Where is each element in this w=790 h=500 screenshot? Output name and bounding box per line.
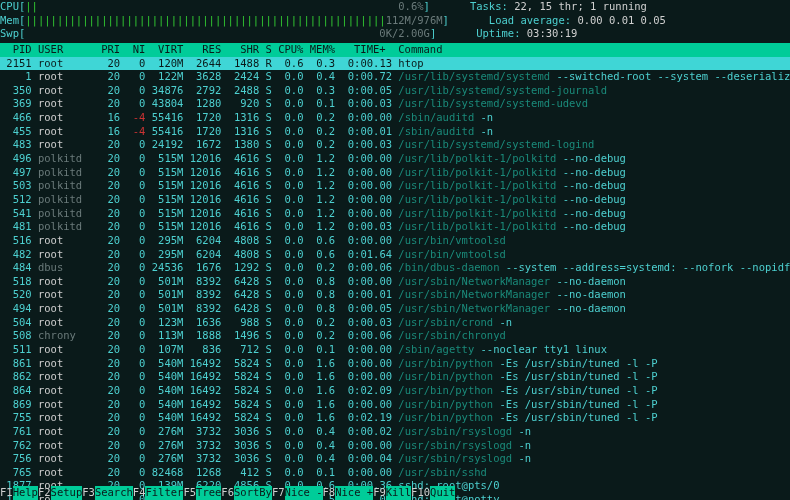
process-row[interactable]: 455 root 16 -4 55416 1720 1316 S 0.0 0.2… [0, 125, 790, 139]
fkey-f2[interactable]: F2Setup [38, 486, 82, 500]
swp-meter: Swp[ 0K/2.00G] [0, 27, 436, 41]
process-row[interactable]: 516 root 20 0 295M 6204 4808 S 0.0 0.6 0… [0, 234, 790, 248]
fkey-f6[interactable]: F6SortBy [221, 486, 272, 500]
column-headers[interactable]: PID USER PRI NI VIRT RES SHR S CPU% MEM%… [0, 43, 790, 57]
fkey-f7[interactable]: F7Nice - [272, 486, 323, 500]
process-row[interactable]: 756 root 20 0 276M 3732 3036 S 0.0 0.4 0… [0, 452, 790, 466]
process-row[interactable]: 862 root 20 0 540M 16492 5824 S 0.0 1.6 … [0, 370, 790, 384]
cpu-meter: CPU[|| 0.6%] [0, 0, 430, 14]
process-row[interactable]: 350 root 20 0 34876 2792 2488 S 0.0 0.3 … [0, 84, 790, 98]
process-row[interactable]: 864 root 20 0 540M 16492 5824 S 0.0 1.6 … [0, 384, 790, 398]
fkey-f3[interactable]: F3Search [82, 486, 133, 500]
meters-panel: CPU[|| 0.6%] Tasks: 22, 15 thr; 1 runnin… [0, 0, 790, 41]
fkey-f8[interactable]: F8Nice + [323, 486, 374, 500]
process-row[interactable]: 483 root 20 0 24192 1672 1380 S 0.0 0.2 … [0, 138, 790, 152]
fkey-f5[interactable]: F5Tree [183, 486, 221, 500]
process-row[interactable]: 466 root 16 -4 55416 1720 1316 S 0.0 0.2… [0, 111, 790, 125]
function-key-bar[interactable]: F1Help F2Setup F3SearchF4FilterF5Tree F6… [0, 486, 790, 500]
process-row[interactable]: 497 polkitd 20 0 515M 12016 4616 S 0.0 1… [0, 166, 790, 180]
process-table[interactable]: PID USER PRI NI VIRT RES SHR S CPU% MEM%… [0, 43, 790, 500]
process-row[interactable]: 482 root 20 0 295M 6204 4808 S 0.0 0.6 0… [0, 248, 790, 262]
fkey-f1[interactable]: F1Help [0, 486, 38, 500]
process-row[interactable]: 369 root 20 0 43804 1280 920 S 0.0 0.1 0… [0, 97, 790, 111]
uptime-line: Uptime: 03:30:19 [476, 27, 577, 41]
process-row[interactable]: 518 root 20 0 501M 8392 6428 S 0.0 0.8 0… [0, 275, 790, 289]
process-row[interactable]: 762 root 20 0 276M 3732 3036 S 0.0 0.4 0… [0, 439, 790, 453]
process-row[interactable]: 512 polkitd 20 0 515M 12016 4616 S 0.0 1… [0, 193, 790, 207]
process-row[interactable]: 496 polkitd 20 0 515M 12016 4616 S 0.0 1… [0, 152, 790, 166]
process-row[interactable]: 484 dbus 20 0 24536 1676 1292 S 0.0 0.2 … [0, 261, 790, 275]
load-line: Load average: 0.00 0.01 0.05 [489, 14, 666, 28]
process-row[interactable]: 508 chrony 20 0 113M 1888 1496 S 0.0 0.2… [0, 329, 790, 343]
process-row[interactable]: 765 root 20 0 82468 1268 412 S 0.0 0.1 0… [0, 466, 790, 480]
process-row[interactable]: 861 root 20 0 540M 16492 5824 S 0.0 1.6 … [0, 357, 790, 371]
process-row[interactable]: 520 root 20 0 501M 8392 6428 S 0.0 0.8 0… [0, 288, 790, 302]
process-row[interactable]: 504 root 20 0 123M 1636 988 S 0.0 0.2 0:… [0, 316, 790, 330]
fkey-f9[interactable]: F9Kill [373, 486, 411, 500]
process-row[interactable]: 1 root 20 0 122M 3628 2424 S 0.0 0.4 0:0… [0, 70, 790, 84]
process-row[interactable]: 761 root 20 0 276M 3732 3036 S 0.0 0.4 0… [0, 425, 790, 439]
process-row[interactable]: 511 root 20 0 107M 836 712 S 0.0 0.1 0:0… [0, 343, 790, 357]
process-row[interactable]: 2151 root 20 0 120M 2644 1488 R 0.6 0.3 … [0, 57, 790, 71]
mem-meter: Mem[||||||||||||||||||||||||||||||||||||… [0, 14, 449, 28]
fkey-f10[interactable]: F10Quit [411, 486, 455, 500]
tasks-line: Tasks: 22, 15 thr; 1 running [470, 0, 647, 14]
process-row[interactable]: 755 root 20 0 540M 16492 5824 S 0.0 1.6 … [0, 411, 790, 425]
process-row[interactable]: 503 polkitd 20 0 515M 12016 4616 S 0.0 1… [0, 179, 790, 193]
process-row[interactable]: 869 root 20 0 540M 16492 5824 S 0.0 1.6 … [0, 398, 790, 412]
process-row[interactable]: 481 polkitd 20 0 515M 12016 4616 S 0.0 1… [0, 220, 790, 234]
process-row[interactable]: 541 polkitd 20 0 515M 12016 4616 S 0.0 1… [0, 207, 790, 221]
fkey-f4[interactable]: F4Filter [133, 486, 184, 500]
process-row[interactable]: 494 root 20 0 501M 8392 6428 S 0.0 0.8 0… [0, 302, 790, 316]
